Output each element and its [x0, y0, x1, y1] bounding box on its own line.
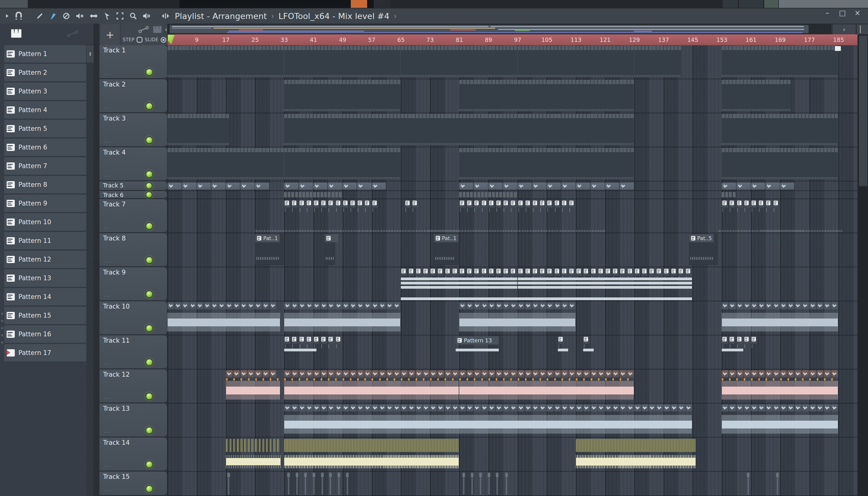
audio-clip[interactable]: [525, 302, 532, 309]
audio-clip[interactable]: [321, 370, 327, 377]
audio-clip[interactable]: [824, 302, 831, 309]
track-header-4[interactable]: Track 4···: [99, 148, 167, 181]
pattern-list-scrollbar[interactable]: [87, 45, 93, 496]
audio-clip[interactable]: [518, 302, 524, 309]
mini-pattern-clip[interactable]: [459, 192, 462, 197]
mini-pattern-clip[interactable]: [733, 192, 736, 197]
track-mute-led[interactable]: [145, 393, 153, 400]
audio-clip[interactable]: [386, 302, 393, 309]
audio-clip[interactable]: [386, 370, 393, 377]
audio-clip[interactable]: [817, 404, 823, 412]
pattern-clip[interactable]: [583, 268, 589, 276]
pattern-clip[interactable]: [634, 268, 640, 276]
audio-strip-clip[interactable]: [230, 439, 232, 452]
audio-strip-clip[interactable]: [226, 439, 228, 452]
pattern-clip[interactable]: [481, 200, 487, 207]
track-options-dots[interactable]: ···: [104, 259, 111, 266]
pattern-clip[interactable]: [744, 336, 749, 344]
pattern-clip[interactable]: [343, 200, 348, 207]
audio-clip[interactable]: [218, 302, 225, 309]
mini-pattern-clip[interactable]: [324, 192, 327, 197]
audio-clip[interactable]: [241, 370, 247, 377]
audio-clip[interactable]: [722, 302, 728, 309]
track-header-11[interactable]: Track 11···: [99, 336, 167, 369]
pattern-clip[interactable]: [284, 200, 290, 207]
pattern-clip[interactable]: [532, 268, 538, 276]
pattern-clip[interactable]: [569, 200, 574, 207]
pattern-clip[interactable]: [306, 336, 312, 344]
audio-clip[interactable]: [744, 302, 750, 309]
audio-clip[interactable]: [744, 370, 750, 377]
audio-clip[interactable]: [481, 370, 488, 377]
audio-clip[interactable]: [561, 370, 568, 377]
mini-pattern-clip[interactable]: [299, 192, 302, 197]
thin-pattern-clip[interactable]: [496, 473, 498, 495]
audio-clip[interactable]: [540, 302, 546, 309]
maximize-button[interactable]: □: [837, 9, 848, 17]
thin-pattern-clip[interactable]: [305, 473, 306, 495]
pattern-clip[interactable]: [518, 268, 524, 276]
audio-clip[interactable]: [496, 370, 502, 377]
pattern-clip[interactable]: [737, 200, 742, 207]
audio-clip[interactable]: [306, 302, 313, 309]
pattern-clip[interactable]: [678, 268, 684, 276]
audio-clip[interactable]: [233, 370, 240, 377]
pattern-clip[interactable]: [744, 200, 749, 207]
muted-pattern-clip-group[interactable]: [722, 114, 838, 145]
audio-clip[interactable]: [292, 302, 298, 309]
audio-clip[interactable]: [365, 370, 371, 377]
audio-clip[interactable]: [168, 183, 182, 189]
audio-clip[interactable]: [503, 404, 510, 412]
audio-clip[interactable]: [809, 302, 816, 309]
audio-clip[interactable]: [503, 302, 510, 309]
mini-pattern-clip[interactable]: [292, 192, 294, 197]
mini-pattern-clip[interactable]: [310, 192, 312, 197]
audio-clip[interactable]: [255, 370, 262, 377]
audio-clip[interactable]: [416, 404, 422, 412]
audio-clip[interactable]: [598, 370, 605, 377]
audio-clip[interactable]: [467, 302, 473, 309]
pattern-clip[interactable]: [569, 268, 574, 276]
audio-clip[interactable]: [547, 404, 553, 412]
pattern-clip[interactable]: [620, 268, 625, 276]
pattern-clip-labeled[interactable]: [324, 234, 335, 265]
pattern-item-3[interactable]: Pattern 3: [4, 82, 86, 100]
pattern-clip[interactable]: [412, 200, 418, 207]
audio-clip[interactable]: [328, 302, 335, 309]
audio-clip[interactable]: [722, 183, 736, 189]
audio-clip[interactable]: [634, 404, 641, 412]
audio-clip[interactable]: [393, 302, 400, 309]
audio-clip[interactable]: [474, 183, 487, 189]
audio-clip[interactable]: [328, 370, 335, 377]
audio-clip[interactable]: [525, 370, 532, 377]
audio-clip[interactable]: [489, 302, 495, 309]
audio-clip[interactable]: [292, 404, 298, 412]
track-options-dots[interactable]: ···: [104, 361, 111, 368]
pattern-clip[interactable]: [642, 268, 647, 276]
track-header-9[interactable]: Track 9···: [99, 267, 167, 300]
pattern-clip-labeled[interactable]: Pattern 13: [456, 336, 499, 344]
audio-clip[interactable]: [627, 370, 634, 377]
audio-block-clip[interactable]: [576, 439, 696, 452]
audio-clip[interactable]: [379, 302, 386, 309]
audio-clip[interactable]: [605, 370, 612, 377]
audio-clip[interactable]: [831, 302, 838, 309]
audio-clip[interactable]: [737, 302, 743, 309]
mini-pattern-clip[interactable]: [474, 192, 477, 197]
audio-clip[interactable]: [576, 370, 583, 377]
audio-clip[interactable]: [226, 302, 233, 309]
scroll-right-button[interactable]: ›: [833, 24, 856, 35]
pattern-clip[interactable]: [452, 268, 458, 276]
pattern-clip[interactable]: [416, 268, 421, 276]
audio-clip[interactable]: [773, 302, 780, 309]
audio-clip[interactable]: [802, 302, 809, 309]
mini-pattern-clip[interactable]: [507, 192, 509, 197]
thin-pattern-clip[interactable]: [322, 473, 323, 495]
track-mute-led[interactable]: [145, 68, 153, 76]
audio-clip[interactable]: [503, 370, 510, 377]
pattern-clip[interactable]: [292, 200, 297, 207]
slip-tool-icon[interactable]: [87, 10, 100, 22]
muted-pattern-clip-group[interactable]: [722, 46, 838, 77]
pattern-clip-labeled[interactable]: Pat..1: [255, 234, 284, 265]
pattern-item-8[interactable]: Pattern 8: [4, 176, 86, 193]
